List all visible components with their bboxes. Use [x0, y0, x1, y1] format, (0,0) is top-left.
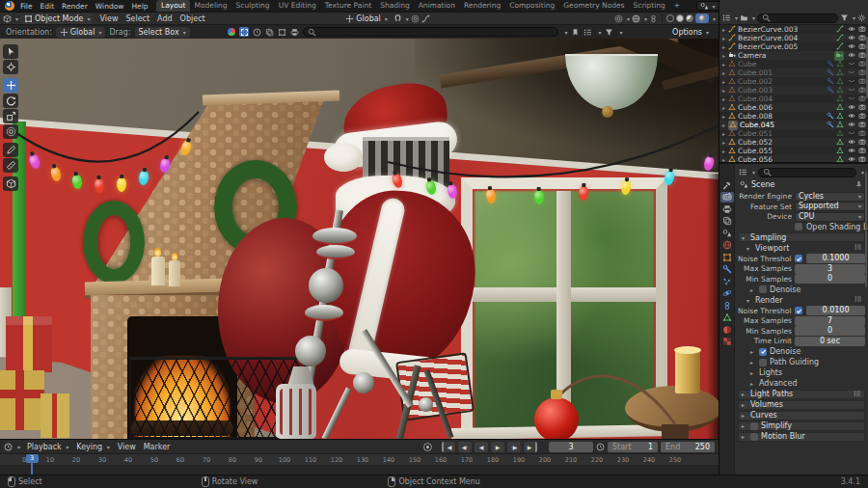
scale-tool-button[interactable]	[3, 109, 18, 123]
prop-section-volumes[interactable]: ▸Volumes	[738, 400, 865, 410]
value-field[interactable]: 0.0100	[806, 306, 865, 315]
active-tool-icon[interactable]	[239, 27, 249, 37]
orientation-dropdown[interactable]: Global▾	[56, 27, 106, 38]
mesh-data-icon[interactable]	[836, 95, 844, 104]
mode-selector[interactable]: Object Mode▾	[20, 14, 94, 24]
disable-in-render-icon[interactable]	[858, 155, 866, 165]
object-name[interactable]: Cube.056	[738, 155, 773, 164]
tab-compositing[interactable]: Compositing	[505, 0, 559, 12]
checkbox[interactable]	[759, 359, 767, 366]
tab-modeling[interactable]: Modeling	[190, 0, 231, 12]
shading-rendered-active[interactable]	[695, 14, 709, 23]
chevron-right-icon[interactable]: ▸	[742, 401, 747, 408]
viewport-menu-select[interactable]: Select	[122, 14, 153, 23]
list-icon[interactable]	[583, 28, 592, 37]
outliner-row[interactable]: ▸Cube.003	[719, 86, 868, 95]
outliner-row[interactable]: ▸Cube.052	[719, 138, 868, 147]
object-name[interactable]: Cube	[738, 60, 756, 68]
timeline-menu-view[interactable]: View	[114, 443, 140, 451]
add-cube-tool-button[interactable]	[3, 176, 18, 191]
eye-open-icon[interactable]	[848, 155, 855, 165]
display-mode-icon[interactable]	[740, 14, 748, 22]
measure-tool-button[interactable]	[3, 158, 18, 173]
chevron-right-icon[interactable]: ▸	[750, 286, 756, 293]
value-field[interactable]: 0	[795, 274, 865, 284]
object-name[interactable]: Cube.004	[738, 95, 773, 103]
outliner-row[interactable]: ▸Camera	[719, 51, 868, 60]
chevron-right-icon[interactable]: ▸	[750, 348, 756, 355]
properties-tab-particles[interactable]	[720, 276, 734, 286]
options-dropdown[interactable]: Options▾	[668, 27, 713, 38]
properties-tab-constraints[interactable]	[720, 300, 734, 311]
play-button[interactable]: ▶	[491, 442, 504, 452]
object-name[interactable]: BezierCurve.004	[738, 34, 798, 42]
chevron-down-icon[interactable]: ▾	[746, 245, 752, 252]
object-name[interactable]: Cube.051	[738, 129, 773, 138]
overlays-icon[interactable]	[632, 14, 640, 23]
outliner-filter-icon[interactable]	[840, 14, 849, 22]
prop-subsection-render[interactable]: ▾Render	[738, 295, 865, 305]
tab-layout[interactable]: Layout	[156, 0, 190, 12]
preset-menu-icon[interactable]	[854, 295, 862, 305]
menu-window[interactable]: Window	[92, 2, 128, 11]
drag-dropdown[interactable]: Select Box▾	[135, 27, 190, 38]
tab-sculpting[interactable]: Sculpting	[231, 0, 274, 12]
chevron-right-icon[interactable]: ▸	[750, 369, 756, 376]
properties-tab-material[interactable]	[720, 324, 734, 335]
annotate-tool-button[interactable]	[3, 143, 18, 157]
outliner-row[interactable]: ▸BezierCurve.005	[719, 42, 868, 51]
prop-collapse-path-guiding[interactable]: ▸Path Guiding	[738, 358, 865, 367]
object-name[interactable]: BezierCurve.003	[738, 25, 798, 34]
prop-section-motion-blur[interactable]: ▸Motion Blur	[738, 432, 865, 442]
timeline-editor-icon[interactable]	[4, 443, 13, 451]
outliner-row[interactable]: ▸Cube.004	[719, 95, 868, 103]
outliner-row[interactable]: ▸BezierCurve.003	[719, 25, 868, 34]
value-field[interactable]: 3	[795, 264, 865, 274]
auto-keying-button[interactable]	[423, 443, 432, 451]
prop-section-sampling[interactable]: ▾Sampling	[738, 232, 865, 242]
tab-scripting[interactable]: Scripting	[629, 0, 669, 12]
properties-tab-world[interactable]	[720, 240, 734, 251]
properties-tab-scene[interactable]	[720, 228, 734, 238]
xray-icon[interactable]	[649, 14, 658, 23]
properties-search-input[interactable]	[758, 168, 856, 177]
checkbox[interactable]	[750, 433, 758, 441]
tab-uv-editing[interactable]: UV Editing	[274, 0, 320, 12]
viewport-menu-add[interactable]: Add	[153, 14, 176, 23]
transform-tool-button[interactable]	[3, 124, 18, 139]
objects-icon[interactable]	[278, 28, 286, 37]
chevron-down-icon[interactable]: ▾	[746, 297, 752, 304]
prop-collapse-advanced[interactable]: ▸Advanced	[738, 379, 865, 389]
playhead-label[interactable]: 3	[26, 454, 39, 463]
chevron-right-icon[interactable]: ▸	[742, 433, 747, 440]
proportional-edit-icon[interactable]	[411, 14, 420, 23]
frame-end-field[interactable]: End250	[661, 442, 715, 452]
prev-keyframe-button[interactable]: ◀·	[458, 442, 472, 452]
modifier-icon[interactable]	[827, 121, 834, 130]
outliner-row[interactable]: ▸Cube.006	[719, 103, 868, 112]
chevron-right-icon[interactable]: ▸	[742, 422, 747, 429]
properties-tab-render[interactable]	[720, 192, 734, 203]
outliner-row[interactable]: ▸Cube.001	[719, 68, 868, 77]
timeline-menu-keying[interactable]: Keying ▾	[72, 443, 113, 451]
field-value-dropdown[interactable]: CPU▾	[795, 212, 865, 222]
outliner-row[interactable]: ▸BezierCurve.004	[719, 34, 868, 42]
prop-subsection-viewport[interactable]: ▾Viewport	[738, 243, 865, 253]
rotate-tool-button[interactable]	[3, 94, 18, 108]
prop-section-simplify[interactable]: ▸Simplify	[738, 421, 865, 431]
chevron-down-icon[interactable]: ▾	[742, 234, 747, 241]
field-value-dropdown[interactable]: Supported▾	[795, 202, 865, 211]
transform-orientation[interactable]: Global▾	[341, 14, 392, 24]
timeline-menu-playback[interactable]: Playback ▾	[23, 443, 72, 451]
select-tool-button[interactable]	[3, 44, 18, 59]
timeline-menu-marker[interactable]: Marker	[140, 443, 175, 451]
mesh-data-icon[interactable]	[836, 155, 844, 165]
tab-animation[interactable]: Animation	[414, 0, 459, 12]
object-name[interactable]: BezierCurve.005	[738, 42, 798, 51]
blender-logo-icon[interactable]	[5, 1, 14, 11]
falloff-icon[interactable]	[421, 14, 430, 23]
mesh-data-icon[interactable]	[836, 129, 844, 139]
object-name[interactable]: Cube.001	[738, 68, 773, 77]
tab-rendering[interactable]: Rendering	[459, 0, 504, 12]
viewport-menu-view[interactable]: View	[95, 14, 122, 23]
